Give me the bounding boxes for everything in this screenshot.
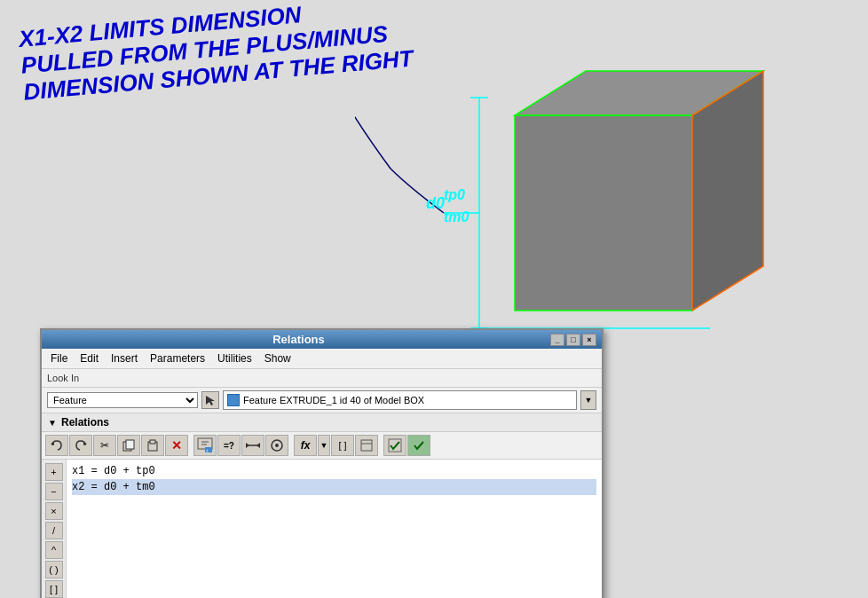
dialog-titlebar: Relations _ □ × <box>42 330 602 349</box>
editor-area: + − × / ^ ( ) [ ] x1 = d0 + tp0 x2 = d0 … <box>42 460 602 598</box>
menu-file[interactable]: File <box>45 350 73 366</box>
menubar: File Edit Insert Parameters Utilities Sh… <box>42 349 602 369</box>
svg-text:±: ± <box>206 448 209 453</box>
menu-show[interactable]: Show <box>259 350 296 366</box>
square-brackets-button[interactable]: [ ] <box>45 580 63 598</box>
side-buttons: + − × / ^ ( ) [ ] <box>42 460 67 598</box>
svg-marker-0 <box>515 115 692 311</box>
look-in-section: Look In <box>42 369 602 388</box>
copy-button[interactable] <box>117 435 140 456</box>
look-in-row: Feature Feature EXTRUDE_1 id 40 of Model… <box>42 388 602 413</box>
tool-button[interactable] <box>355 435 378 456</box>
svg-text:tm0: tm0 <box>444 209 470 224</box>
look-in-label: Look In <box>47 373 79 383</box>
code-editor[interactable]: x1 = d0 + tp0 x2 = d0 + tm0 <box>67 460 602 598</box>
relations-label: Relations <box>61 416 109 429</box>
evaluate-button[interactable]: =? <box>217 435 241 456</box>
svg-rect-15 <box>126 440 134 449</box>
minimize-button[interactable]: _ <box>550 334 564 346</box>
cut-button[interactable]: ✂ <box>93 435 116 456</box>
svg-marker-11 <box>206 396 215 405</box>
feature-dropdown-button[interactable]: ▼ <box>580 390 596 410</box>
menu-parameters[interactable]: Parameters <box>145 350 210 366</box>
relations-header: ▼ Relations <box>42 413 602 432</box>
parentheses-button[interactable]: ( ) <box>45 561 63 578</box>
maximize-button[interactable]: □ <box>566 334 580 346</box>
multiply-button[interactable]: × <box>45 502 63 520</box>
function-button[interactable]: fx <box>294 435 317 456</box>
dialog-title: Relations <box>47 333 550 346</box>
feature-text: Feature EXTRUDE_1 id 40 of Model BOX <box>243 395 424 405</box>
verify-button[interactable] <box>383 435 406 456</box>
insert-parameter-button[interactable]: ± <box>193 435 217 456</box>
titlebar-buttons: _ □ × <box>550 334 596 346</box>
code-line-2: x2 = d0 + tm0 <box>72 479 596 495</box>
3d-scene: d0 tp0 tm0 <box>355 44 868 364</box>
look-in-select[interactable]: Feature <box>47 392 198 408</box>
menu-edit[interactable]: Edit <box>75 350 104 366</box>
function-dropdown-button[interactable]: ▼ <box>318 435 330 456</box>
code-line-1: x1 = d0 + tp0 <box>72 463 596 479</box>
svg-rect-17 <box>150 440 155 444</box>
minus-button[interactable]: − <box>45 483 63 500</box>
svg-marker-24 <box>246 443 249 448</box>
feature-icon <box>227 394 240 406</box>
switch-dimension-button[interactable] <box>241 435 264 456</box>
select-dimension-button[interactable] <box>265 435 288 456</box>
check-button[interactable] <box>407 435 430 456</box>
divide-button[interactable]: / <box>45 522 63 539</box>
menu-utilities[interactable]: Utilities <box>212 350 257 366</box>
cursor-icon <box>201 391 219 409</box>
relations-dialog: Relations _ □ × File Edit Insert Paramet… <box>40 328 604 598</box>
svg-text:tp0: tp0 <box>444 187 465 202</box>
close-button[interactable]: × <box>582 334 596 346</box>
svg-rect-28 <box>361 440 372 451</box>
plus-button[interactable]: + <box>45 463 63 481</box>
brackets-button[interactable]: [ ] <box>331 435 354 456</box>
menu-insert[interactable]: Insert <box>106 350 143 366</box>
expand-icon[interactable]: ▼ <box>47 417 58 428</box>
power-button[interactable]: ^ <box>45 541 63 559</box>
paste-button[interactable] <box>141 435 164 456</box>
svg-marker-25 <box>256 443 260 448</box>
svg-point-27 <box>275 444 279 447</box>
delete-button[interactable]: ✕ <box>165 435 188 456</box>
toolbar: ✂ ✕ ± =? <box>42 432 602 460</box>
undo-button[interactable] <box>45 435 68 456</box>
redo-button[interactable] <box>69 435 92 456</box>
feature-display: Feature EXTRUDE_1 id 40 of Model BOX <box>223 390 577 410</box>
svg-text:d0: d0 <box>426 194 445 212</box>
